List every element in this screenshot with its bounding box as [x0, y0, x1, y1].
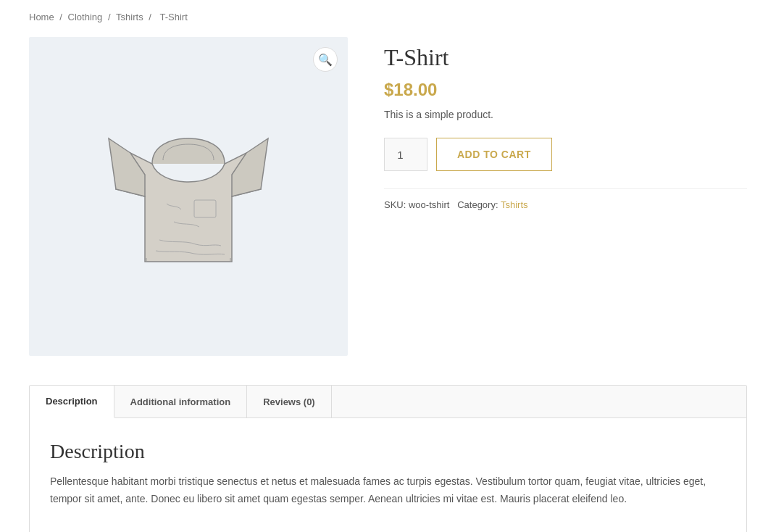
product-image: [87, 95, 290, 298]
product-info: T-Shirt $18.00 This is a simple product.…: [384, 37, 747, 356]
sku-label: SKU:: [384, 199, 406, 210]
add-to-cart-row: Add to cart: [384, 138, 747, 171]
product-layout: 🔍: [29, 37, 747, 356]
add-to-cart-button[interactable]: Add to cart: [436, 138, 552, 171]
meta-divider: [384, 188, 747, 189]
product-meta: SKU: woo-tshirt Category: Tshirts: [384, 199, 747, 210]
category-label: Category:: [457, 199, 498, 210]
breadcrumb: Home / Clothing / Tshirts / T-Shirt: [29, 12, 747, 22]
tab-reviews[interactable]: Reviews (0): [247, 386, 332, 417]
product-short-description: This is a simple product.: [384, 109, 747, 120]
tab-content: Description Pellentesque habitant morbi …: [30, 418, 746, 532]
breadcrumb-current: T-Shirt: [160, 12, 188, 22]
sku-value: woo-tshirt: [409, 199, 449, 210]
tab-pane-description: Description Pellentesque habitant morbi …: [50, 440, 726, 508]
tab-description[interactable]: Description: [30, 386, 114, 418]
tab-additional-information[interactable]: Additional information: [114, 386, 248, 417]
breadcrumb-clothing[interactable]: Clothing: [68, 12, 103, 22]
description-body: Pellentesque habitant morbi tristique se…: [50, 473, 726, 508]
category-value[interactable]: Tshirts: [501, 199, 528, 210]
description-heading: Description: [50, 440, 726, 463]
tabs-section: Description Additional information Revie…: [29, 385, 747, 532]
breadcrumb-home[interactable]: Home: [29, 12, 54, 22]
zoom-button[interactable]: 🔍: [313, 47, 338, 72]
quantity-input[interactable]: [384, 138, 427, 171]
product-image-container: 🔍: [29, 37, 348, 356]
product-price: $18.00: [384, 80, 747, 100]
product-title: T-Shirt: [384, 44, 747, 71]
breadcrumb-tshirts[interactable]: Tshirts: [116, 12, 143, 22]
zoom-icon: 🔍: [318, 53, 333, 67]
tabs-nav: Description Additional information Revie…: [30, 386, 746, 418]
